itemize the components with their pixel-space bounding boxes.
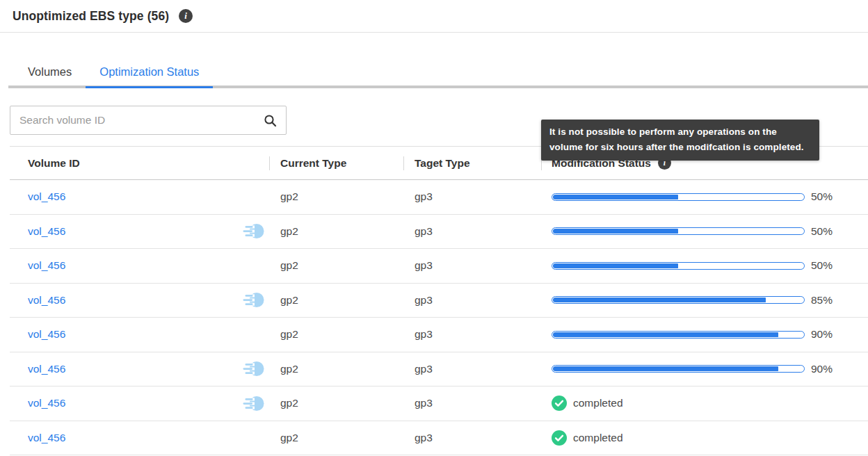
speed-icon [241, 395, 265, 412]
current-type-cell: gp2 [269, 294, 403, 307]
current-type-cell: gp2 [269, 259, 403, 272]
volume-id-cell: vol_456 [10, 222, 269, 240]
table-row: vol_456gp2gp350% [10, 215, 868, 250]
progress-bar [552, 227, 805, 235]
target-type-cell: gp3 [403, 294, 541, 307]
table-body: vol_456gp2gp350%vol_456gp2gp350%vol_456g… [10, 180, 868, 455]
target-type-value: gp3 [415, 397, 433, 409]
progress-bar [552, 365, 805, 373]
status-indicator: 50% [552, 190, 833, 203]
volume-id-link[interactable]: vol_456 [28, 397, 65, 409]
progress-percent-label: 90% [811, 363, 833, 375]
progress-bar-fill [553, 332, 778, 337]
progress-bar [552, 296, 805, 304]
volume-id-cell: vol_456 [10, 190, 269, 203]
completed-status-label: completed [573, 397, 623, 409]
tab-volumes[interactable]: Volumes [14, 59, 86, 88]
target-type-value: gp3 [415, 328, 433, 341]
current-type-value: gp2 [280, 259, 298, 272]
progress-bar-fill [553, 263, 678, 268]
tab-optimization-status-label: Optimization Status [99, 65, 199, 79]
volume-id-link[interactable]: vol_456 [28, 259, 65, 272]
search-input[interactable] [19, 114, 264, 127]
status-indicator: 50% [552, 259, 833, 272]
completed-check-icon [552, 430, 567, 446]
current-type-value: gp2 [280, 328, 298, 341]
column-header-label: Volume ID [28, 157, 80, 170]
info-icon[interactable]: i [179, 9, 193, 23]
target-type-value: gp3 [415, 259, 433, 272]
current-type-cell: gp2 [269, 190, 403, 203]
volume-id-link[interactable]: vol_456 [28, 363, 65, 375]
tab-optimization-status[interactable]: Optimization Status [86, 59, 213, 88]
optimization-table: Volume ID Current Type Taget Type Modifi… [10, 146, 868, 456]
current-type-value: gp2 [280, 432, 298, 444]
speed-icon [241, 360, 265, 377]
table-row: vol_456gp2gp3completed [10, 421, 868, 456]
column-header-volume-id: Volume ID [10, 147, 269, 179]
volume-id-link[interactable]: vol_456 [28, 294, 65, 307]
volume-id-cell: vol_456 [10, 360, 269, 377]
progress-percent-label: 90% [811, 328, 833, 341]
speed-icon [241, 291, 265, 309]
progress-bar-fill [553, 229, 678, 234]
progress-percent-label: 50% [811, 259, 833, 272]
column-header-label: Current Type [280, 157, 346, 170]
target-type-value: gp3 [415, 190, 433, 203]
current-type-cell: gp2 [269, 328, 403, 341]
target-type-cell: gp3 [403, 259, 541, 272]
status-indicator: 90% [552, 328, 833, 341]
target-type-cell: gp3 [403, 190, 541, 203]
search-box [10, 106, 287, 135]
status-indicator: completed [552, 396, 623, 411]
progress-percent-label: 50% [811, 225, 833, 238]
volume-id-cell: vol_456 [10, 432, 269, 444]
status-indicator: 50% [552, 225, 833, 238]
modification-status-cell: completed [541, 396, 868, 411]
current-type-value: gp2 [280, 363, 298, 375]
progress-bar-fill [553, 366, 778, 371]
progress-bar [552, 331, 805, 339]
modification-status-cell: 90% [541, 363, 868, 375]
progress-percent-label: 85% [811, 294, 833, 307]
search-icon[interactable] [264, 114, 277, 127]
status-indicator: 90% [552, 363, 833, 375]
target-type-cell: gp3 [403, 397, 541, 409]
table-row: vol_456gp2gp385% [10, 284, 868, 318]
volume-id-cell: vol_456 [10, 395, 269, 412]
current-type-value: gp2 [280, 190, 298, 203]
volume-id-link[interactable]: vol_456 [28, 328, 65, 341]
completed-check-icon [552, 396, 567, 411]
tooltip: It is not possible to perform any operat… [541, 120, 819, 161]
table-row: vol_456gp2gp390% [10, 318, 868, 352]
current-type-cell: gp2 [269, 225, 403, 238]
target-type-cell: gp3 [403, 328, 541, 341]
target-type-value: gp3 [415, 363, 433, 375]
page-title: Unoptimized EBS type (56) [13, 9, 169, 24]
volume-id-link[interactable]: vol_456 [28, 432, 65, 444]
target-type-cell: gp3 [403, 432, 541, 444]
volume-id-link[interactable]: vol_456 [28, 190, 65, 203]
tab-bar: Volumes Optimization Status [0, 59, 868, 88]
table-row: vol_456gp2gp350% [10, 180, 868, 215]
progress-bar [552, 193, 805, 201]
current-type-value: gp2 [280, 294, 298, 307]
target-type-cell: gp3 [403, 363, 541, 375]
target-type-value: gp3 [415, 225, 433, 238]
progress-percent-label: 50% [811, 190, 833, 203]
modification-status-cell: 85% [541, 294, 868, 307]
volume-id-link[interactable]: vol_456 [28, 225, 65, 238]
modification-status-cell: completed [541, 430, 868, 446]
current-type-cell: gp2 [269, 363, 403, 375]
column-header-current-type: Current Type [269, 147, 403, 179]
target-type-value: gp3 [415, 294, 433, 307]
page-header: Unoptimized EBS type (56) i [0, 0, 868, 33]
status-indicator: 85% [552, 294, 833, 307]
volume-id-cell: vol_456 [10, 259, 269, 272]
current-type-cell: gp2 [269, 432, 403, 444]
volume-id-cell: vol_456 [10, 328, 269, 341]
current-type-cell: gp2 [269, 397, 403, 409]
table-row: vol_456gp2gp3completed [10, 386, 868, 421]
speed-icon [241, 222, 265, 240]
current-type-value: gp2 [280, 225, 298, 238]
